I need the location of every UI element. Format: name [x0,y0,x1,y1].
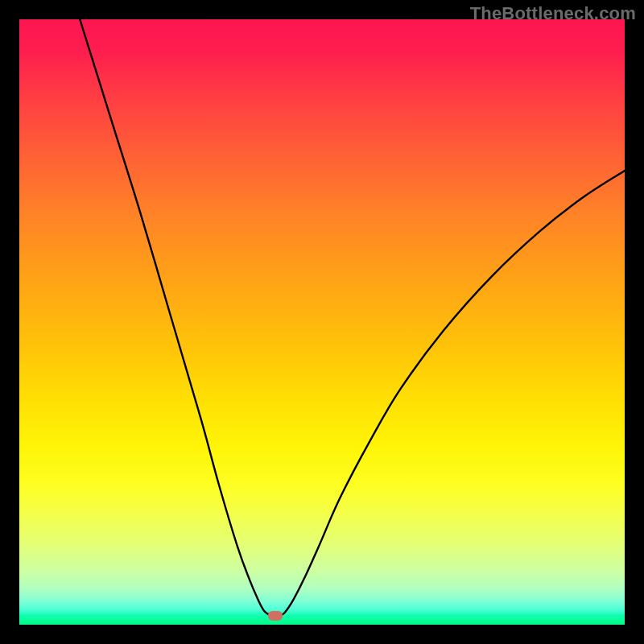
figure-frame: TheBottleneck.com [0,0,644,644]
bottleneck-curve [80,19,625,616]
plot-area [19,19,625,625]
curve-svg [19,19,625,625]
optimum-marker [268,611,283,621]
watermark-text: TheBottleneck.com [470,3,636,24]
